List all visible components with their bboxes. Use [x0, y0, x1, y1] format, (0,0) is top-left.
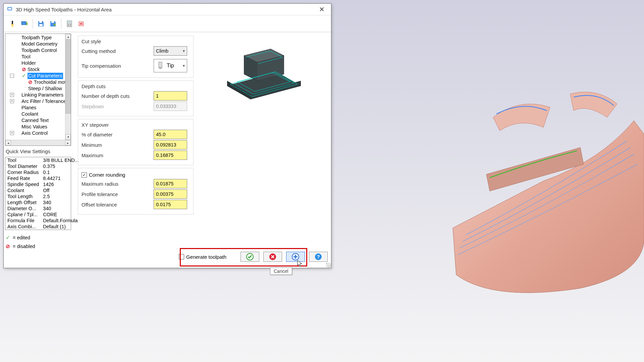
- tree-item-label: Axis Control: [21, 130, 48, 136]
- tree-item-label: Arc Filter / Tolerance: [21, 98, 65, 105]
- tree-expander-icon[interactable]: +: [10, 93, 14, 97]
- tree-item[interactable]: Holder: [5, 60, 65, 66]
- quick-view-row: CoolantOff: [5, 187, 81, 193]
- save-as-icon[interactable]: [48, 18, 58, 29]
- tree-item[interactable]: +Arc Filter / Tolerance: [5, 98, 65, 105]
- tree-item[interactable]: ⊘Stock: [5, 66, 65, 73]
- help-button[interactable]: ?: [309, 252, 328, 262]
- display-icon[interactable]: [19, 18, 30, 29]
- tree-item[interactable]: Canned Text: [5, 117, 65, 124]
- quick-view-row: Length Offset340: [5, 199, 81, 205]
- svg-point-12: [68, 23, 69, 24]
- cancel-changes-icon[interactable]: [76, 18, 87, 29]
- tree-item-label: Canned Text: [21, 117, 49, 124]
- quick-view-key: Cplane / Tpl...: [5, 212, 41, 218]
- svg-marker-5: [26, 22, 28, 25]
- quick-view-row: Tool Diameter0.375: [5, 163, 81, 169]
- quick-view-key: Corner Radius: [5, 169, 41, 175]
- corner-rounding-checkbox[interactable]: ✓: [82, 172, 87, 178]
- offset-tolerance-label: Offset tolerance: [82, 202, 154, 207]
- save-icon[interactable]: [36, 18, 46, 29]
- num-depth-cuts-input[interactable]: [154, 91, 187, 101]
- toolbar: [4, 15, 331, 32]
- quick-view-key: Formula File: [5, 218, 41, 224]
- toolpath-preview: [217, 39, 311, 106]
- offset-tolerance-input[interactable]: [154, 200, 187, 209]
- apply-button[interactable]: [286, 252, 305, 262]
- maximum-input[interactable]: [154, 150, 187, 160]
- toolpath-dialog: 3D High Speed Toolpaths - Horizontal Are…: [3, 3, 331, 268]
- flashlight-icon[interactable]: [7, 18, 18, 29]
- tree-scrollbar-vertical[interactable]: ▴ ▾: [65, 34, 71, 140]
- legend-disabled: = disabled: [13, 242, 35, 251]
- tree-expander-icon[interactable]: +: [10, 131, 14, 135]
- tree-item-label: Steep / Shallow: [28, 85, 62, 92]
- disabled-icon: ⊘: [28, 80, 33, 85]
- minimum-label: Minimum: [82, 142, 154, 148]
- svg-rect-17: [159, 62, 162, 67]
- tree-item-label: Coolant: [21, 111, 38, 117]
- generate-toolpath-checkbox[interactable]: [179, 254, 184, 259]
- tree-item[interactable]: Model Geometry: [5, 41, 65, 47]
- quick-view-row: Formula FileDefault.Formula: [5, 218, 81, 224]
- cancel-button[interactable]: [263, 252, 282, 262]
- tree-item-label: Tool: [21, 54, 31, 60]
- quick-view-key: Spindle Speed: [5, 181, 41, 187]
- legend: ✓= edited ⊘= disabled: [5, 232, 71, 252]
- quick-view-panel: Tool3/8 BULL END...Tool Diameter0.375Cor…: [5, 157, 71, 230]
- cancel-tooltip: Cancel: [270, 267, 292, 275]
- corner-rounding-label: Corner rounding: [89, 172, 125, 178]
- quick-view-key: Coolant: [5, 187, 41, 193]
- disabled-icon: ⊘: [21, 67, 26, 72]
- tip-compensation-select[interactable]: Tip: [154, 59, 187, 72]
- quick-view-row: Feed Rate8.44271: [5, 175, 81, 181]
- max-radius-label: Maximum radius: [82, 181, 154, 187]
- tree-item-label: Toolpath Type: [21, 35, 52, 41]
- tree-item-label: Cut Parameters: [28, 73, 63, 79]
- tree-item-label: Planes: [21, 105, 36, 111]
- svg-text:?: ?: [317, 254, 320, 259]
- tree-item[interactable]: Planes: [5, 105, 65, 111]
- quick-view-key: Axis Combi...: [5, 224, 41, 230]
- disabled-icon: ⊘: [6, 242, 10, 251]
- num-depth-cuts-label: Number of depth cuts: [82, 93, 154, 99]
- tree-item[interactable]: Toolpath Type: [5, 35, 65, 41]
- tree-expander-icon[interactable]: +: [10, 99, 14, 103]
- resize-grip[interactable]: [326, 263, 331, 267]
- tree-item-label: Linking Parameters: [21, 92, 63, 98]
- parameter-tree[interactable]: Toolpath TypeModel GeometryToolpath Cont…: [5, 34, 65, 140]
- tree-item[interactable]: Toolpath Control: [5, 47, 65, 54]
- max-radius-input[interactable]: [154, 179, 187, 188]
- tree-item[interactable]: +Linking Parameters: [5, 92, 65, 98]
- tree-expander-icon[interactable]: -: [10, 74, 14, 78]
- generate-toolpath-label: Generate toolpath: [186, 254, 226, 260]
- tree-scrollbar-horizontal[interactable]: ◂▸: [5, 140, 71, 145]
- ok-button[interactable]: [240, 252, 259, 262]
- legend-edited: = edited: [13, 233, 30, 242]
- endmill-tip-icon: [155, 61, 165, 71]
- tree-item[interactable]: Coolant: [5, 111, 65, 117]
- quick-view-row: Corner Radius0.1: [5, 169, 81, 175]
- tree-item[interactable]: +Axis Control: [5, 130, 65, 136]
- tree-item[interactable]: ⊘Trochoidal motion: [5, 79, 65, 85]
- pct-diameter-input[interactable]: [154, 130, 187, 139]
- quick-view-row: Spindle Speed1426: [5, 181, 81, 187]
- minimum-input[interactable]: [154, 140, 187, 149]
- calculator-icon[interactable]: [64, 18, 75, 29]
- tree-item[interactable]: Steep / Shallow: [5, 85, 65, 92]
- viewport-3d-model[interactable]: [426, 67, 644, 302]
- pct-diameter-label: % of diameter: [82, 132, 154, 137]
- profile-tolerance-input[interactable]: [154, 189, 187, 199]
- tree-item-label: Trochoidal motion: [34, 79, 65, 85]
- tree-item[interactable]: Tool: [5, 54, 65, 60]
- depth-cuts-title: Depth cuts: [82, 83, 190, 89]
- tree-item[interactable]: Misc Values: [5, 124, 65, 130]
- quick-view-key: Length Offset: [5, 199, 41, 205]
- tree-item[interactable]: -✓Cut Parameters: [5, 73, 65, 79]
- quick-view-title: Quick View Settings: [5, 148, 71, 155]
- cutting-method-select[interactable]: Climb: [154, 46, 187, 56]
- xy-stepover-title: XY stepover: [82, 122, 190, 128]
- close-button[interactable]: ✕: [315, 5, 328, 14]
- tip-compensation-label: Tip compensation: [82, 63, 154, 69]
- quick-view-key: Diameter O...: [5, 205, 41, 212]
